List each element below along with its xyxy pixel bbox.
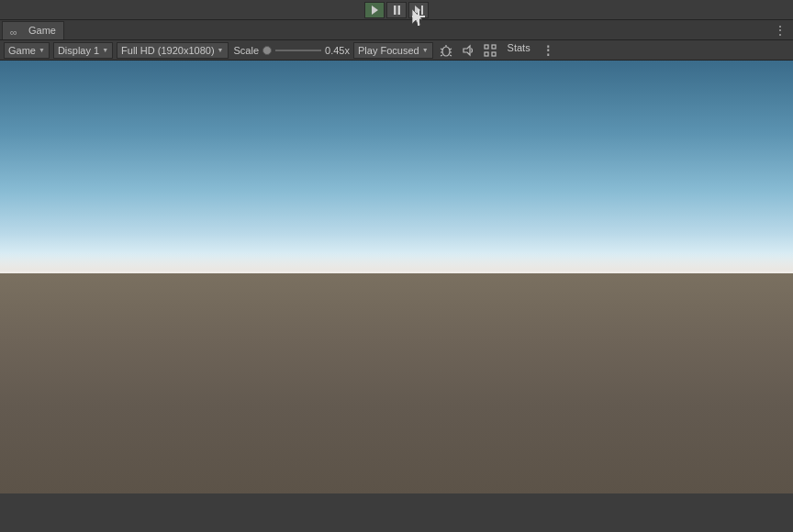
step-button[interactable]	[408, 2, 429, 18]
scale-slider[interactable]: 0.45x	[262, 45, 350, 56]
svg-rect-1	[394, 6, 396, 15]
scale-slider-track	[275, 50, 321, 51]
svg-line-8	[450, 49, 452, 50]
tab-more-button[interactable]: ⋮	[771, 22, 789, 39]
scale-slider-thumb[interactable]	[262, 46, 272, 55]
audio-icon	[462, 44, 475, 57]
scale-label: Scale	[234, 45, 260, 56]
ground	[0, 273, 793, 493]
stats-button[interactable]: Stats	[503, 42, 535, 59]
svg-marker-3	[415, 6, 420, 15]
game-viewport[interactable]	[0, 61, 793, 493]
play-focused-arrow: ▼	[422, 47, 429, 53]
glasses-icon	[10, 27, 25, 34]
svg-line-12	[450, 55, 452, 56]
svg-rect-15	[492, 45, 496, 49]
play-focused-dropdown[interactable]: Play Focused ▼	[353, 42, 433, 59]
svg-rect-4	[421, 6, 423, 15]
resolution-dropdown-arrow: ▼	[218, 47, 224, 53]
svg-point-5	[442, 47, 450, 56]
bug-icon	[440, 44, 452, 57]
audio-icon-button[interactable]	[459, 42, 477, 59]
resolution-dropdown-label: Full HD (1920x1080)	[121, 45, 215, 56]
top-toolbar	[0, 0, 793, 20]
display-dropdown[interactable]: Display 1 ▼	[53, 42, 113, 59]
display-dropdown-arrow: ▼	[102, 47, 108, 53]
svg-marker-13	[464, 46, 470, 55]
display-dropdown-label: Display 1	[58, 45, 99, 56]
svg-rect-16	[485, 52, 488, 56]
pause-button[interactable]	[386, 2, 407, 18]
game-tab[interactable]: Game	[2, 21, 64, 39]
view-dropdown[interactable]: Game ▼	[4, 42, 50, 59]
resolution-dropdown[interactable]: Full HD (1920x1080) ▼	[117, 42, 228, 59]
bug-icon-button[interactable]	[437, 42, 455, 59]
svg-rect-14	[485, 45, 488, 49]
more-options-icon: ⋮	[542, 43, 554, 58]
grid-icon	[484, 44, 497, 57]
svg-line-11	[441, 55, 442, 56]
game-tab-label: Game	[28, 25, 56, 36]
tab-bar: Game ⋮	[0, 20, 793, 40]
svg-line-7	[441, 49, 442, 50]
play-button[interactable]	[364, 2, 385, 18]
view-dropdown-label: Game	[8, 45, 36, 56]
more-options-button[interactable]: ⋮	[539, 42, 557, 59]
play-focused-label: Play Focused	[358, 45, 419, 56]
svg-rect-17	[492, 52, 496, 56]
scale-value: 0.45x	[325, 45, 350, 56]
svg-marker-0	[372, 6, 378, 15]
options-bar: Game ▼ Display 1 ▼ Full HD (1920x1080) ▼…	[0, 40, 793, 61]
svg-rect-2	[397, 6, 400, 15]
grid-icon-button[interactable]	[481, 42, 499, 59]
view-dropdown-arrow: ▼	[39, 47, 45, 53]
